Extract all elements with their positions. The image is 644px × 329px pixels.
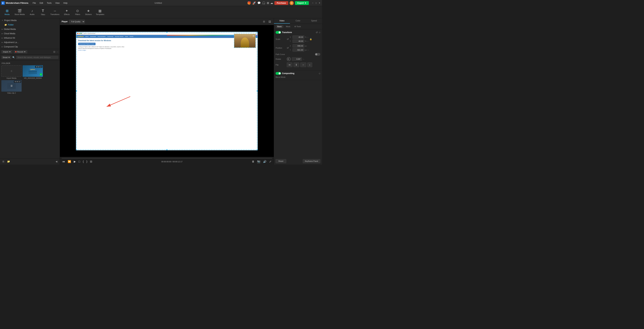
search-input[interactable] [16,56,58,59]
minimize-button[interactable]: ─ [312,2,314,4]
handle-ml[interactable] [76,90,77,92]
handle-tl[interactable] [76,32,77,33]
import-media-placeholder[interactable]: + Import Media [1,65,22,79]
media-item-1[interactable]: python 00:00:12 ✓ VID_20241010_063504 [22,65,43,79]
smart-button[interactable]: Smart ▼ [1,56,11,59]
menu-view[interactable]: View [54,1,61,5]
tab-color[interactable]: Color [290,18,306,24]
quality-select[interactable]: Full Quality 1/2 Quality 1/4 Quality [69,20,85,24]
loop-button[interactable]: □ [78,160,81,164]
tab-video[interactable]: Video [274,18,290,24]
tree-folder[interactable]: 📁 Folder [3,22,60,27]
path-curve-toggle[interactable] [315,53,320,56]
fullscreen-icon[interactable]: 🖼 [267,19,272,24]
menu-edit[interactable]: Edit [38,1,45,5]
scale-y-diamond[interactable]: ◇ [307,40,308,42]
align-button[interactable]: ⊟ [89,160,93,164]
lock-icon[interactable]: 🔒 [310,38,312,40]
filter-icon[interactable]: ⊟ [53,50,55,53]
close-button[interactable]: ✕ [318,2,321,4]
tree-adjustment-layer[interactable]: ▶ Adjustment La... [0,40,60,44]
tree-global-media[interactable]: ▶ Global Media [0,27,60,32]
transform-diamond-icon[interactable]: ◇ [319,31,320,34]
rotate-knob[interactable] [287,57,291,61]
tool-audio[interactable]: ♪ Audio [27,8,37,16]
scale-reset-icon[interactable]: ↺ [287,38,289,40]
flip-vertical-button[interactable]: ⇕ [294,62,299,67]
progress-bar[interactable] [62,158,272,158]
more-options-icon[interactable]: ··· [56,50,58,53]
flip-h2-button[interactable]: ↔ [300,62,306,67]
snapshot-button[interactable]: 📷 [256,160,261,164]
tree-influence-kit[interactable]: ▶ Influence Kit [0,36,60,40]
rocket-icon[interactable]: 🚀 [252,1,256,5]
menu-tools[interactable]: Tools [45,1,53,5]
handle-tr[interactable] [257,32,258,33]
add-track-icon[interactable]: ⊞ [1,160,6,164]
tool-effects[interactable]: ✦ Effects [62,8,72,16]
tool-stock-media[interactable]: 🎬 Stock Media [13,8,26,16]
scale-x-diamond[interactable]: ◇ [307,36,308,38]
menu-help[interactable]: Help [62,1,69,5]
keyframe-panel-button[interactable]: Keyframe Panel [303,159,320,163]
rotate-input[interactable] [292,57,302,61]
flip-v2-button[interactable]: ↕ [307,62,312,67]
cloud-icon[interactable]: ☁ [270,1,273,4]
tool-templates[interactable]: ▦ Templates [94,8,106,16]
subtab-basic[interactable]: Basic [276,25,284,28]
tree-cloud-media[interactable]: ▶ Cloud Media [0,32,60,36]
caption-icon[interactable]: 💬 [257,1,261,4]
monitor-button[interactable]: 🖥 [251,160,255,164]
position-x-unit: px [305,45,307,47]
tree-project-media[interactable]: ▼ Project Media [0,18,60,22]
tool-transitions[interactable]: ↔ Transitions [49,8,61,16]
transform-toggle[interactable] [276,31,281,34]
grid-view-icon[interactable]: ⊞ [262,19,266,24]
tool-media[interactable]: ⊞ Media [2,8,12,16]
reset-button[interactable]: Reset [276,159,286,163]
flip-horizontal-button[interactable]: ⇔ [287,62,292,67]
handle-br[interactable] [257,149,258,150]
mark-in-button[interactable]: { [82,160,84,164]
tool-titles[interactable]: T Titles [38,8,48,16]
headset-icon[interactable]: 🎧 [262,1,266,4]
record-button[interactable]: Record ▼ [14,50,27,54]
menu-file[interactable]: File [31,1,38,5]
back-frame-button[interactable]: ⏪ [67,160,72,164]
play-button[interactable]: ▶ [73,160,76,164]
import-button[interactable]: Import ▼ [1,50,12,54]
collapse-panel-icon[interactable]: ◀ [54,160,58,164]
media-item-2[interactable]: 🖥 00:00:19 Video clip 2 [1,80,22,94]
rotate-diamond[interactable]: ◇ [303,58,304,60]
maximize-button[interactable]: □ [315,2,317,4]
handle-mr[interactable] [257,90,258,92]
position-reset-icon[interactable]: ↺ [287,46,289,49]
prev-frame-button[interactable]: ⏮ [62,160,66,164]
subtab-ai-tools[interactable]: AI Tools [293,25,302,28]
gift-icon[interactable]: 🎁 [247,1,251,5]
fullscreen-preview-button[interactable]: ⤢ [268,160,272,164]
subtab-mask[interactable]: Mask [284,25,292,28]
transform-reset-icon[interactable]: ↺ [316,31,318,34]
purchase-button[interactable]: Purchase [274,1,288,5]
folder-add-icon[interactable]: 📁 [6,160,10,164]
mark-out-button[interactable]: } [86,160,88,164]
position-y-diamond[interactable]: ◇ [308,49,309,51]
handle-bl[interactable] [76,149,77,150]
grid-icon[interactable]: ⊞ [267,1,269,4]
position-y-input[interactable] [292,48,304,52]
tree-compound-clip[interactable]: ▶ Compound Clip [0,44,60,49]
handle-bc[interactable] [166,149,168,150]
tab-speed[interactable]: Speed [306,18,322,24]
compositing-toggle[interactable] [276,72,281,75]
volume-button[interactable]: 🔊 [262,160,267,164]
handle-tc[interactable] [166,32,168,33]
position-x-input[interactable] [292,44,304,48]
export-button[interactable]: Export ▼ [295,1,309,5]
tool-filters[interactable]: ⊙ Filters [72,8,83,16]
scale-x-input[interactable] [292,36,304,39]
compositing-diamond[interactable]: ◇ [319,72,320,74]
preview-header: Player Full Quality 1/2 Quality 1/4 Qual… [60,18,274,25]
tool-stickers[interactable]: ★ Stickers [83,8,94,16]
scale-y-input[interactable] [292,40,304,43]
